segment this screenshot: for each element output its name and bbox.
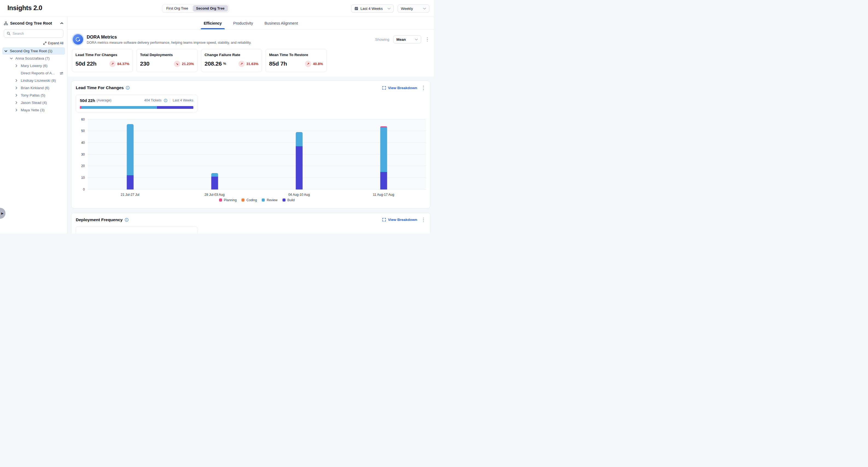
search-input[interactable] <box>12 31 60 35</box>
tree-item-jason-stead[interactable]: Jason Stead (4) <box>2 99 65 106</box>
main-content: DORA Metrics DORA metrics measure softwa… <box>67 30 434 234</box>
tree-item-label: Jason Stead (4) <box>21 101 47 105</box>
stacked-bar-1[interactable] <box>127 124 133 189</box>
chevron-right-icon[interactable] <box>15 94 19 97</box>
tree-item-direct-reports[interactable]: Direct Reports of A... <box>2 69 65 77</box>
x-tick-label: 28 Jul-03 Aug <box>205 193 224 196</box>
more-options-button[interactable] <box>421 85 426 91</box>
tree-item-second-org-tree-root[interactable]: Second Org Tree Root (1) <box>2 47 65 55</box>
expand-corners-icon <box>382 86 386 90</box>
triangle-right-icon: ▶ <box>1 212 4 215</box>
gridline <box>88 166 426 166</box>
metric-title: Mean Time To Restore <box>269 53 323 57</box>
legend-item-planning[interactable]: Planning <box>219 198 237 202</box>
tree-item-maya-yette[interactable]: Maya Yette (3) <box>2 106 65 114</box>
dora-metric-cards: Lead Time For Changes 50d 22h ↗ 84.37% T… <box>72 49 430 72</box>
info-icon[interactable] <box>164 99 167 102</box>
chevron-right-icon[interactable] <box>15 86 19 89</box>
x-axis-labels: 21 Jul-27 Jul28 Jul-03 Aug04 Aug-10 Aug1… <box>88 189 426 198</box>
granularity-select[interactable]: Weekly <box>398 4 429 12</box>
tree-item-label: Mary Lowery (6) <box>21 64 48 68</box>
phase-segment-review <box>82 106 157 109</box>
metric-card-total-deployments[interactable]: Total Deployments 230 ↘ 21.23% <box>136 49 197 72</box>
legend-item-build[interactable]: Build <box>282 198 295 202</box>
date-range-select[interactable]: Last 4 Weeks <box>351 4 394 12</box>
aggregation-select[interactable]: Mean <box>393 35 421 43</box>
view-breakdown-button[interactable]: View Breakdown <box>382 86 417 90</box>
toggle-first-org-tree[interactable]: First Org Tree <box>163 5 191 11</box>
legend-label: Coding <box>246 198 257 202</box>
chevron-right-icon[interactable] <box>15 101 19 104</box>
header-controls: Last 4 Weeks Weekly <box>351 4 429 12</box>
x-tick-label: 21 Jul-27 Jul <box>121 193 139 196</box>
main-area: Efficiency Productivity Business Alignme… <box>67 17 434 234</box>
sidebar-root-title: Second Org Tree Root <box>10 21 58 25</box>
y-tick-label: 30 <box>81 153 85 156</box>
chevron-down-icon[interactable] <box>10 57 13 60</box>
y-tick-label: 50 <box>81 129 85 133</box>
lead-time-summary-card: 50d 22h (Average) 404 Tickets Last 4 Wee… <box>76 95 197 113</box>
org-tree-toggle: First Org Tree Second Org Tree <box>162 4 229 12</box>
expand-all-button[interactable]: Expand All <box>0 38 67 47</box>
phase-segment-build <box>157 106 193 109</box>
sliders-icon[interactable] <box>60 72 63 75</box>
sidebar-collapse-handle[interactable]: ▶ <box>0 208 5 219</box>
stacked-bar-4[interactable] <box>380 126 387 189</box>
tab-productivity[interactable]: Productivity <box>233 17 253 29</box>
stacked-bar-2[interactable] <box>211 173 218 189</box>
trend-arrow-icon: ↗ <box>305 61 311 67</box>
metric-card-lead-time[interactable]: Lead Time For Changes 50d 22h ↗ 84.37% <box>72 49 133 72</box>
deployment-summary-card <box>76 226 197 234</box>
trend-delta: 84.37% <box>117 62 129 66</box>
phase-distribution-bar <box>80 106 193 109</box>
x-tick-label: 04 Aug-10 Aug <box>288 193 310 196</box>
metric-title: Total Deployments <box>140 53 194 57</box>
tree-item-tony-pallas[interactable]: Tony Pallas (5) <box>2 92 65 99</box>
metric-card-mean-time-to-restore[interactable]: Mean Time To Restore 85d 7h ↗ 40.8% <box>266 49 327 72</box>
app-header: Insights 2.0 First Org Tree Second Org T… <box>0 0 434 17</box>
legend-item-coding[interactable]: Coding <box>242 198 257 202</box>
summary-period: Last 4 Weeks <box>173 98 193 102</box>
showing-label: Showing <box>375 37 390 41</box>
view-breakdown-button[interactable]: View Breakdown <box>382 218 417 222</box>
view-breakdown-label: View Breakdown <box>388 86 417 90</box>
info-icon[interactable] <box>125 218 128 222</box>
sidebar-search[interactable] <box>4 29 63 38</box>
tab-efficiency[interactable]: Efficiency <box>203 17 222 29</box>
stacked-bar-3[interactable] <box>296 132 303 189</box>
trend-arrow-icon: ↘ <box>174 61 180 67</box>
chevron-down-icon <box>415 38 418 40</box>
tree-item-lindsay-liszewski[interactable]: Lindsay Liszewski (8) <box>2 77 65 84</box>
trend-badge: ↗ 84.37% <box>110 61 129 67</box>
trend-badge: ↗ 40.8% <box>305 61 323 67</box>
metric-value: 208.26 <box>205 60 222 67</box>
tab-business-alignment[interactable]: Business Alignment <box>264 17 298 29</box>
info-icon[interactable] <box>126 86 130 90</box>
legend-label: Review <box>267 198 277 202</box>
metric-value: 230 <box>140 60 149 67</box>
org-chart-icon <box>4 21 8 25</box>
legend-swatch <box>262 198 265 201</box>
toggle-second-org-tree[interactable]: Second Org Tree <box>193 5 228 11</box>
more-options-button[interactable] <box>421 217 426 223</box>
legend-item-review[interactable]: Review <box>262 198 277 202</box>
chevron-up-icon[interactable] <box>60 22 63 24</box>
metric-unit: % <box>223 62 226 66</box>
metric-card-change-failure-rate[interactable]: Change Failure Rate 208.26 % ↗ 31.63% <box>201 49 262 72</box>
dora-cycle-icon <box>73 34 83 44</box>
tree-item-brian-kirkland[interactable]: Brian Kirkland (6) <box>2 84 65 92</box>
deployment-frequency-panel: Deployment Frequency View Breakdown <box>71 213 430 234</box>
chevron-right-icon[interactable] <box>15 108 19 112</box>
chevron-down-icon[interactable] <box>4 50 8 52</box>
legend-label: Build <box>287 198 295 202</box>
main-tabs: Efficiency Productivity Business Alignme… <box>67 17 434 30</box>
chevron-down-icon <box>423 8 426 9</box>
y-tick-label: 10 <box>81 176 85 180</box>
chevron-right-icon[interactable] <box>15 79 19 82</box>
aggregation-value: Mean <box>397 37 406 41</box>
tree-item-anna-scozzafava[interactable]: Anna Scozzafava (7) <box>2 55 65 62</box>
tree-item-mary-lowery[interactable]: Mary Lowery (6) <box>2 62 65 69</box>
more-options-button[interactable] <box>425 36 430 43</box>
chevron-right-icon[interactable] <box>15 64 19 67</box>
gridline <box>88 119 426 120</box>
